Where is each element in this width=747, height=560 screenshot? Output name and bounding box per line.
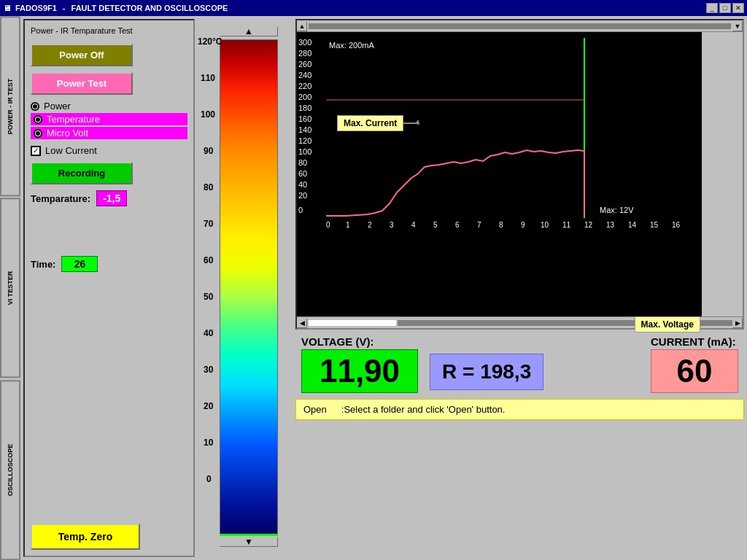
scope-scroll-thumb[interactable] [309,320,396,326]
status-message: :Select a folder and click 'Open' button… [341,404,506,415]
minimize-button[interactable]: _ [706,3,718,13]
max-current-tooltip-label: Max. Current [344,118,397,128]
voltage-label: VOLTAGE (V): [301,335,418,348]
temp-scroll-up[interactable]: ▲ [220,26,278,36]
temp-scale-100: 100 [201,109,215,120]
radio-microvolt-label: Micro Volt [47,128,88,139]
current-label: CURRENT (mA): [651,335,738,348]
radio-temperature-label: Temperature [47,114,100,125]
right-panel: ▲ ▼ 300 280 260 240 220 200 180 160 140 [295,19,744,557]
scope-svg: 300 280 260 240 220 200 180 160 140 120 … [297,32,702,316]
tab-oscilloscope[interactable]: OSCILLOSCOPE [0,380,20,560]
app-icon: 🖥 [3,4,11,12]
svg-text:120: 120 [298,136,311,145]
svg-text:6: 6 [455,221,460,229]
svg-text:9: 9 [521,221,525,229]
radio-power[interactable]: Power [31,101,187,112]
temperature-value: -1,5 [96,190,127,206]
voltage-value: 11,90 [301,349,418,393]
radio-power-dot [31,102,39,111]
readings-row: VOLTAGE (V): 11,90 R = 198,3 CURRENT (mA… [301,335,738,393]
resistance-value: R = 198,3 [430,354,543,390]
svg-text:220: 220 [298,82,311,90]
voltage-section: VOLTAGE (V): 11,90 [301,335,418,393]
max-voltage-tooltip: Max. Voltage [635,316,700,332]
svg-text:Max: 12V: Max: 12V [600,206,634,214]
svg-text:280: 280 [298,49,311,58]
svg-text:10: 10 [541,221,549,229]
low-current-checkbox[interactable]: ✓ [31,146,41,156]
low-current-checkbox-item[interactable]: ✓ Low Current [31,145,187,156]
scope-scroll-left-btn[interactable]: ◀ [297,318,307,328]
svg-text:12: 12 [584,221,593,229]
svg-text:11: 11 [562,221,571,229]
radio-temperature[interactable]: Temperature [31,113,187,125]
svg-text:80: 80 [298,158,307,167]
temp-scale-10: 10 [204,438,213,448]
svg-text:160: 160 [298,114,311,123]
max-voltage-tooltip-label: Max. Voltage [641,319,694,330]
current-section: CURRENT (mA): 60 [651,335,738,393]
temp-scale-120: 120°C [198,36,222,47]
svg-text:4: 4 [411,221,416,229]
temp-scale-0: 0 [206,474,212,484]
temperature-row: Temparature: -1,5 [31,190,187,206]
svg-text:100: 100 [298,147,311,156]
power-off-button[interactable]: Power Off [31,44,133,66]
radio-temperature-dot [34,115,42,124]
svg-text:5: 5 [433,221,438,229]
scope-top-scrollbar: ▲ ▼ [297,20,743,32]
scope-scroll-track [309,23,731,29]
app-name: FADOS9F1 [15,4,57,12]
temperature-label: Temparature: [31,193,90,204]
resistance-section: R = 198,3 [430,354,543,390]
svg-text:0: 0 [326,221,330,229]
svg-text:7: 7 [477,221,481,229]
radio-microvolt[interactable]: Micro Volt [31,127,187,139]
time-value: 26 [61,256,98,272]
recording-button[interactable]: Recording [31,162,133,184]
svg-text:300: 300 [298,38,311,47]
svg-text:1: 1 [346,221,350,229]
temp-scale-50: 50 [204,292,213,302]
svg-text:60: 60 [298,169,307,178]
svg-text:40: 40 [298,180,307,189]
tab-power-ir[interactable]: POWER - IR TEST [0,16,20,196]
content-panel: Power - IR Temparature Test Power Off Po… [20,16,747,560]
temp-scale-60: 60 [204,255,213,265]
svg-text:180: 180 [298,104,311,112]
scope-scroll-up-btn[interactable]: ▲ [297,21,307,31]
scope-scroll-down-btn[interactable]: ▼ [732,21,743,31]
window-title: FAULT DETECTOR AND OSCILLOSCOPE [71,4,228,12]
left-tab-panel: POWER - IR TEST VI TESTER OSCILLOSCOPE [0,16,20,560]
svg-text:240: 240 [298,71,311,79]
svg-text:14: 14 [628,221,637,229]
scope-container: ▲ ▼ 300 280 260 240 220 200 180 160 140 [295,19,744,330]
svg-text:0: 0 [298,206,303,214]
svg-text:260: 260 [298,60,311,69]
maximize-button[interactable]: □ [719,3,731,13]
temp-scroll-down[interactable]: ▼ [220,537,278,547]
status-bar: Open :Select a folder and click 'Open' b… [295,399,744,420]
max-current-tooltip: Max. Current [337,115,403,131]
temp-scale-80: 80 [204,182,213,192]
svg-text:200: 200 [298,93,311,101]
svg-text:13: 13 [606,221,615,229]
temp-zero-line [220,534,278,536]
tab-vi-tester[interactable]: VI TESTER [0,198,20,378]
svg-text:20: 20 [298,191,307,200]
title-bar: 🖥 FADOS9F1 - FAULT DETECTOR AND OSCILLOS… [0,0,747,16]
low-current-label: Low Current [45,145,97,156]
svg-text:2: 2 [368,221,372,229]
scope-scroll-right-btn[interactable]: ▶ [732,318,743,328]
temp-zero-button[interactable]: Temp. Zero [31,524,140,550]
close-button[interactable]: ✕ [732,3,744,13]
readings-panel: VOLTAGE (V): 11,90 R = 198,3 CURRENT (mA… [295,332,744,396]
power-test-button[interactable]: Power Test [31,72,133,95]
svg-text:8: 8 [499,221,503,229]
current-value: 60 [651,349,738,393]
section-title: Power - IR Temparature Test [31,26,187,35]
svg-text:3: 3 [390,221,394,229]
radio-power-label: Power [44,101,71,112]
time-label: Time: [31,259,55,270]
